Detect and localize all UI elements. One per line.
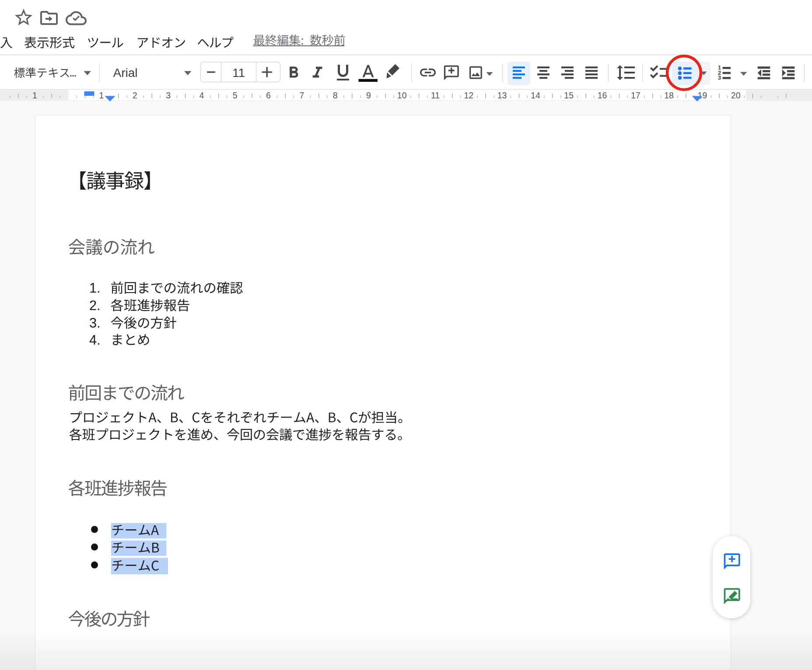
svg-text:Arial: Arial [113,66,138,80]
svg-text:2: 2 [133,91,137,100]
svg-text:11: 11 [431,91,440,100]
svg-text:1: 1 [32,91,37,100]
svg-text:3: 3 [718,74,721,81]
svg-text:11: 11 [232,66,245,80]
svg-text:13: 13 [497,91,507,100]
svg-text:4: 4 [199,91,204,100]
svg-text:2.: 2. [89,298,100,313]
svg-text:12: 12 [464,91,473,100]
svg-text:14: 14 [531,91,540,100]
svg-text:18: 18 [664,91,674,100]
svg-text:6: 6 [266,91,271,100]
svg-text:7: 7 [299,91,304,100]
svg-text:1.: 1. [89,280,100,295]
svg-text:5: 5 [233,91,238,100]
svg-text:4.: 4. [89,332,100,347]
svg-text:9: 9 [366,91,371,100]
svg-text:3: 3 [166,91,171,100]
svg-text:1: 1 [99,91,104,100]
svg-text:20: 20 [731,91,741,100]
svg-text:17: 17 [631,91,640,100]
svg-text:16: 16 [598,91,607,100]
svg-text:10: 10 [397,91,407,100]
svg-text:8: 8 [333,91,338,100]
svg-text:15: 15 [564,91,574,100]
svg-text:3.: 3. [89,315,100,330]
